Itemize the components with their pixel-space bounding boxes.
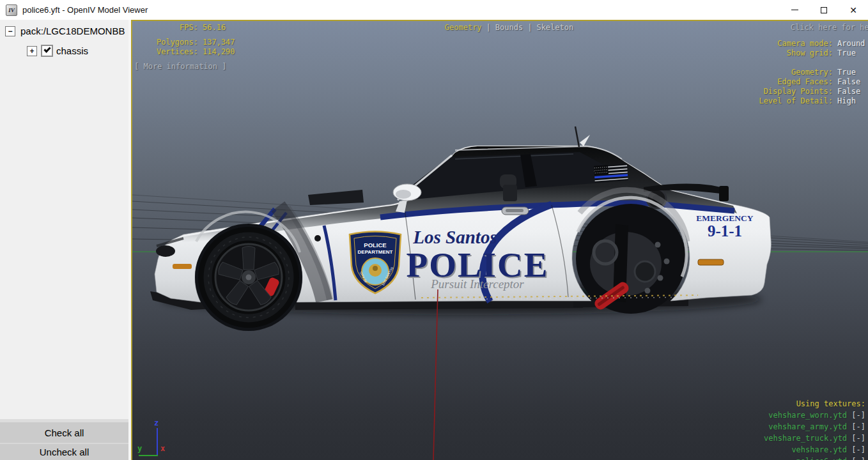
maximize-button[interactable]	[809, 0, 839, 20]
close-button[interactable]: ✕	[839, 0, 868, 20]
camera-mode-row[interactable]: Camera mode: Around	[755, 39, 868, 49]
axis-x-label: x	[160, 444, 165, 453]
origin-axis-line	[433, 289, 438, 460]
axis-z-line	[157, 428, 158, 456]
livery-city: Los Santos	[412, 227, 497, 247]
more-information-link[interactable]: [ More information ]	[134, 62, 235, 72]
check-icon	[43, 45, 50, 52]
livery-subtitle: Pursuit Interceptor	[430, 277, 524, 291]
titlebar: IV police6.yft - OpenIV Model Viewer ✕	[0, 0, 868, 20]
render-settings-panel: Geometry: True Edged Faces: False Displa…	[755, 68, 868, 106]
collapse-toggle[interactable]: [-]	[851, 434, 865, 443]
textures-panel: Using textures: vehshare_worn.ytd [-] ve…	[764, 398, 865, 460]
minimize-icon	[791, 10, 798, 10]
display-points-row[interactable]: Display Points: False	[755, 87, 868, 96]
tree-footer: Check all Uncheck all	[0, 419, 128, 460]
fps-value: 56.16	[203, 23, 226, 33]
tab-separator: |	[527, 23, 532, 33]
car-antenna	[575, 126, 579, 147]
model-tree-sidebar: − pack:/LGC18DEMONBB + chassis Check all…	[0, 20, 128, 460]
collapse-toggle[interactable]: [-]	[851, 445, 865, 454]
collapse-toggle[interactable]: [-]	[851, 457, 865, 460]
axis-y-label: y	[137, 444, 142, 453]
polygons-label: Polygons:	[134, 38, 198, 47]
minimize-button[interactable]	[780, 0, 809, 20]
stats-overlay: FPS: 56.16 Polygons: 137,347 Vertices: 1…	[134, 23, 235, 72]
expand-icon[interactable]: +	[27, 46, 37, 56]
tree-item-chassis[interactable]: + chassis	[27, 45, 88, 57]
tree-item-pack-label: pack:/LGC18DEMONBB	[20, 26, 125, 36]
level-of-detail-row[interactable]: Level of Detail: High	[755, 96, 868, 106]
vertices-row: Vertices: 114,290	[134, 47, 235, 57]
badge-mid-text: DEPARTMENT	[358, 249, 393, 255]
uncheck-all-button[interactable]: Uncheck all	[0, 444, 128, 460]
chassis-checkbox[interactable]	[41, 45, 53, 57]
texture-row[interactable]: police6.ytd [-]	[764, 456, 865, 460]
livery-emergency: EMERGENCY	[696, 213, 754, 223]
texture-row[interactable]: vehshare_army.ytd [-]	[764, 421, 865, 433]
tab-skeleton[interactable]: Skeleton	[536, 23, 573, 33]
show-grid-row[interactable]: Show grid: True	[755, 49, 868, 58]
textures-title: Using textures:	[764, 398, 865, 410]
collapse-toggle[interactable]: [-]	[851, 411, 865, 420]
edged-faces-row[interactable]: Edged Faces: False	[755, 77, 868, 87]
app-icon: IV	[6, 4, 17, 16]
collapse-icon[interactable]: −	[5, 26, 15, 36]
window-controls: ✕	[780, 0, 868, 20]
camera-settings-panel: Camera mode: Around Show grid: True	[755, 39, 868, 58]
vertices-value: 114,290	[203, 47, 235, 57]
close-icon: ✕	[849, 5, 857, 15]
render-viewport[interactable]: POLICE DEPARTMENT CITY OF LOS SANTOS Los…	[131, 20, 868, 460]
polygons-row: Polygons: 137,347	[134, 38, 235, 47]
tab-bounds[interactable]: Bounds	[495, 23, 523, 33]
tree-item-chassis-label: chassis	[56, 45, 88, 56]
texture-row[interactable]: vehshare.ytd [-]	[764, 444, 865, 456]
maximize-icon	[821, 7, 827, 13]
texture-row[interactable]: vehshare_worn.ytd [-]	[764, 410, 865, 421]
flag-decal	[594, 164, 628, 183]
vertices-label: Vertices:	[134, 47, 198, 57]
geometry-row[interactable]: Geometry: True	[755, 68, 868, 77]
collapse-toggle[interactable]: [-]	[851, 422, 865, 431]
texture-row[interactable]: vehshare_truck.ytd [-]	[764, 433, 865, 444]
view-mode-tabs: Geometry | Bounds | Skeleton	[445, 23, 573, 33]
car-wiper-cowl	[308, 190, 364, 205]
check-all-button[interactable]: Check all	[0, 422, 128, 443]
badge-top-text: POLICE	[364, 241, 386, 249]
livery-number: 9-1-1	[708, 222, 742, 240]
help-link[interactable]: Click here for help	[791, 23, 868, 33]
fps-row: FPS: 56.16	[134, 23, 235, 33]
tab-separator: |	[486, 23, 491, 33]
polygons-value: 137,347	[203, 38, 235, 47]
tree-item-pack[interactable]: − pack:/LGC18DEMONBB	[5, 26, 125, 36]
tab-geometry[interactable]: Geometry	[445, 23, 482, 33]
window-title: police6.yft - OpenIV Model Viewer	[22, 5, 148, 15]
axis-z-label: z	[154, 418, 159, 427]
fps-label: FPS:	[134, 23, 198, 33]
car-model: POLICE DEPARTMENT CITY OF LOS SANTOS Los…	[150, 126, 771, 331]
axis-y-line	[139, 455, 158, 456]
